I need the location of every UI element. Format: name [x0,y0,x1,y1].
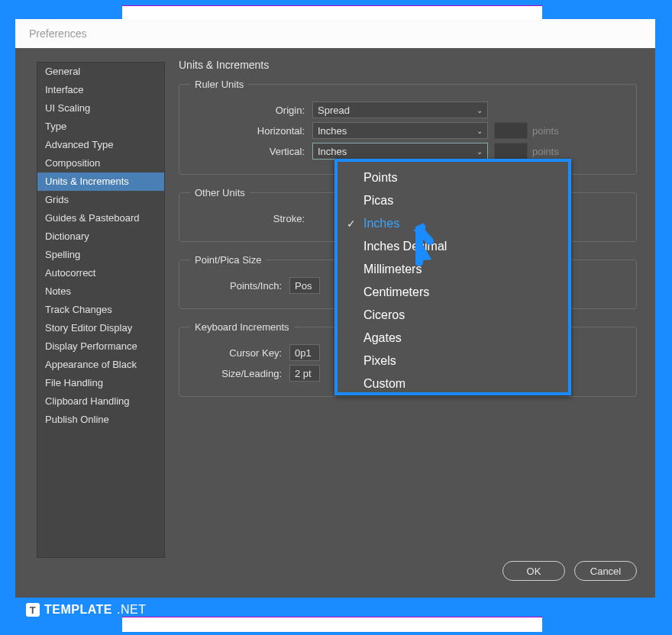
sidebar-item-file-handling[interactable]: File Handling [37,374,164,392]
watermark-suffix: .NET [117,603,146,617]
keyboard-increments-legend: Keyboard Increments [190,321,294,333]
sidebar-item-appearance-of-black[interactable]: Appearance of Black [37,356,164,374]
watermark: T TEMPLATE.NET [26,603,146,617]
vertical-combo[interactable]: Inches ⌄ [312,143,488,160]
horizontal-combo[interactable]: Inches ⌄ [312,122,488,139]
dropdown-option-agates[interactable]: Agates [338,327,568,350]
dropdown-option-millimeters[interactable]: Millimeters [338,258,568,281]
origin-value: Spread [318,105,350,116]
preferences-sidebar: GeneralInterfaceUI ScalingTypeAdvanced T… [37,62,165,558]
other-units-legend: Other Units [190,187,250,198]
dropdown-option-inches[interactable]: Inches [338,212,568,235]
points-inch-label: Points/Inch: [190,280,289,292]
origin-label: Origin: [190,105,312,116]
artboard-bg-bottom [122,617,542,632]
watermark-brand: TEMPLATE [44,603,112,617]
points-inch-field[interactable]: Pos [289,277,320,294]
dialog-title-bar: Preferences [15,19,655,48]
cancel-button[interactable]: Cancel [574,561,637,581]
vertical-points-field [494,143,528,160]
ok-button[interactable]: OK [502,561,565,581]
cursor-key-label: Cursor Key: [190,347,289,359]
dialog-title: Preferences [29,27,86,40]
sidebar-item-clipboard-handling[interactable]: Clipboard Handling [37,392,164,411]
point-pica-legend: Point/Pica Size [190,254,266,266]
chevron-down-icon: ⌄ [477,106,483,114]
dropdown-option-custom[interactable]: Custom [338,372,568,395]
sidebar-item-units-increments[interactable]: Units & Increments [37,172,164,191]
origin-combo[interactable]: Spread ⌄ [312,102,488,118]
cursor-key-field[interactable]: 0p1 [289,344,320,361]
sidebar-item-ui-scaling[interactable]: UI Scaling [37,99,164,118]
sidebar-item-publish-online[interactable]: Publish Online [37,411,164,429]
watermark-logo-icon: T [26,603,40,617]
size-leading-label: Size/Leading: [190,368,289,379]
dropdown-option-ciceros[interactable]: Ciceros [338,304,568,327]
horizontal-points-suffix: points [532,125,559,137]
dropdown-option-centimeters[interactable]: Centimeters [338,281,568,304]
dropdown-option-points[interactable]: Points [338,166,568,189]
dropdown-option-picas[interactable]: Picas [338,189,568,212]
sidebar-item-dictionary[interactable]: Dictionary [37,227,164,246]
sidebar-item-spelling[interactable]: Spelling [37,246,164,264]
vertical-value: Inches [318,146,347,157]
sidebar-item-grids[interactable]: Grids [37,191,164,209]
stroke-label: Stroke: [190,213,312,224]
vertical-points-suffix: points [532,146,559,157]
horizontal-points-field [494,122,528,139]
sidebar-item-advanced-type[interactable]: Advanced Type [37,136,164,154]
sidebar-item-general[interactable]: General [37,63,164,81]
sidebar-item-display-performance[interactable]: Display Performance [37,337,164,356]
panel-title: Units & Increments [179,59,637,71]
sidebar-item-type[interactable]: Type [37,118,164,136]
dropdown-option-pixels[interactable]: Pixels [338,350,568,372]
vertical-units-dropdown[interactable]: PointsPicasInchesInches DecimalMillimete… [334,159,571,395]
dropdown-option-inches-decimal[interactable]: Inches Decimal [338,235,568,258]
dialog-buttons: OK Cancel [502,561,637,581]
horizontal-value: Inches [318,125,347,137]
size-leading-field[interactable]: 2 pt [289,365,320,382]
sidebar-item-autocorrect[interactable]: Autocorrect [37,264,164,282]
horizontal-label: Horizontal: [190,125,312,137]
vertical-label: Vertical: [190,146,312,157]
chevron-down-icon: ⌄ [477,147,483,156]
sidebar-item-track-changes[interactable]: Track Changes [37,301,164,319]
sidebar-item-notes[interactable]: Notes [37,282,164,301]
sidebar-item-story-editor-display[interactable]: Story Editor Display [37,319,164,337]
sidebar-item-interface[interactable]: Interface [37,81,164,99]
sidebar-item-composition[interactable]: Composition [37,154,164,172]
ruler-units-legend: Ruler Units [190,79,248,90]
sidebar-item-guides-pasteboard[interactable]: Guides & Pasteboard [37,209,164,227]
chevron-down-icon: ⌄ [477,127,483,135]
